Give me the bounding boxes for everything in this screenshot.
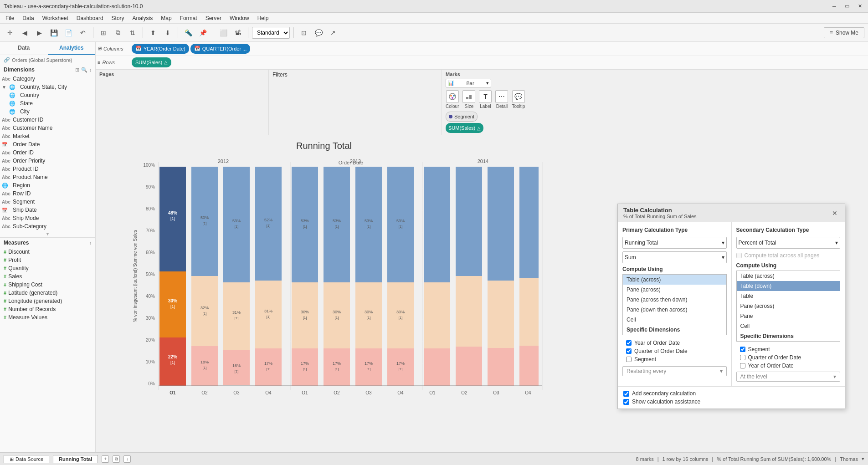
dim-customer-name[interactable]: Abc Customer Name bbox=[0, 124, 95, 132]
sum-sales-pill[interactable]: SUM(Sales) △ bbox=[132, 57, 171, 67]
primary-specific-dims[interactable]: Specific Dimensions bbox=[623, 325, 726, 335]
menu-format[interactable]: Format bbox=[176, 14, 201, 22]
dim-product-name[interactable]: Abc Product Name bbox=[0, 173, 95, 181]
secondary-table-across[interactable]: Table (across) bbox=[737, 271, 840, 281]
primary-pane-down-across[interactable]: Pane (down then across) bbox=[623, 305, 726, 315]
data-tab[interactable]: Data bbox=[0, 42, 48, 55]
toolbar-highlight[interactable]: 🔦 bbox=[182, 26, 195, 39]
toolbar-save[interactable]: 💾 bbox=[47, 26, 60, 39]
measure-quantity[interactable]: # Quantity bbox=[0, 264, 95, 272]
menu-file[interactable]: File bbox=[2, 14, 18, 22]
dim-order-priority[interactable]: Abc Order Priority bbox=[0, 157, 95, 165]
primary-table-across[interactable]: Table (across) bbox=[623, 275, 726, 285]
primary-segment-checkbox[interactable] bbox=[626, 357, 632, 362]
primary-agg-dropdown[interactable]: Sum ▾ bbox=[622, 251, 727, 263]
secondary-type-dropdown[interactable]: Percent of Total ▾ bbox=[736, 237, 841, 249]
dim-region[interactable]: 🌐 Region bbox=[0, 181, 95, 189]
menu-map[interactable]: Map bbox=[157, 14, 175, 22]
show-assistance-checkbox[interactable] bbox=[623, 399, 629, 405]
secondary-table-down[interactable]: Table (down) bbox=[737, 281, 840, 291]
tc-close-button[interactable]: ✕ bbox=[830, 209, 839, 218]
menu-dashboard[interactable]: Dashboard bbox=[73, 14, 107, 22]
secondary-segment-checkbox[interactable] bbox=[740, 347, 745, 352]
secondary-quarter-checkbox[interactable] bbox=[740, 355, 745, 360]
dim-product-id[interactable]: Abc Product ID bbox=[0, 165, 95, 173]
show-assistance-row[interactable]: Show calculation assistance bbox=[623, 399, 839, 405]
dim-row-id[interactable]: Abc Row ID bbox=[0, 189, 95, 198]
toolbar-share[interactable]: ↗ bbox=[327, 26, 339, 39]
sheet-scroll-icon[interactable]: ↓ bbox=[123, 455, 131, 463]
toolbar-forward[interactable]: ▶ bbox=[33, 26, 46, 39]
analytics-tab[interactable]: Analytics bbox=[48, 42, 96, 55]
window-controls[interactable]: ─ ▭ ✕ bbox=[830, 2, 864, 11]
toolbar-present[interactable]: 📽 bbox=[231, 26, 244, 39]
primary-type-dropdown[interactable]: Running Total ▾ bbox=[622, 237, 727, 249]
toolbar-pointer[interactable]: ✛ bbox=[4, 26, 16, 39]
bar-q3-2014-top[interactable] bbox=[488, 167, 514, 281]
menu-story[interactable]: Story bbox=[108, 14, 128, 22]
menu-window[interactable]: Window bbox=[226, 14, 253, 22]
toolbar-tooltip[interactable]: 💬 bbox=[312, 26, 325, 39]
bar-q4-2014-mid[interactable] bbox=[519, 278, 539, 346]
compute-across-all-checkbox[interactable] bbox=[736, 253, 742, 258]
measure-longitude[interactable]: # Longitude (generated) bbox=[0, 297, 95, 305]
marks-label[interactable]: T Label bbox=[479, 90, 492, 109]
toolbar-undo[interactable]: ↶ bbox=[77, 26, 89, 39]
toolbar-fullscreen[interactable]: ⬜ bbox=[217, 26, 230, 39]
measure-profit[interactable]: # Profit bbox=[0, 256, 95, 264]
bar-q4-2014-bot[interactable] bbox=[519, 346, 539, 386]
secondary-segment-check[interactable]: Segment bbox=[740, 345, 837, 353]
dim-country-group[interactable]: ▼ 🌐 Country, State, City bbox=[0, 83, 95, 91]
menu-analysis[interactable]: Analysis bbox=[129, 14, 157, 22]
year-order-date-pill[interactable]: 📅 YEAR(Order Date) bbox=[132, 44, 189, 54]
primary-year-check[interactable]: Year of Order Date bbox=[626, 339, 723, 347]
toolbar-sort-desc[interactable]: ⬇ bbox=[161, 26, 174, 39]
marks-size[interactable]: Size bbox=[462, 90, 475, 109]
measure-num-records[interactable]: # Number of Records bbox=[0, 305, 95, 313]
toolbar-dup[interactable]: ⧉ bbox=[112, 26, 124, 39]
measure-latitude[interactable]: # Latitude (generated) bbox=[0, 289, 95, 297]
primary-restart-dropdown[interactable]: Restarting every ▾ bbox=[622, 366, 727, 376]
toolbar-back[interactable]: ◀ bbox=[18, 26, 31, 39]
duplicate-sheet-icon[interactable]: ⧉ bbox=[113, 455, 120, 463]
marks-tooltip[interactable]: 💬 Tooltip bbox=[512, 90, 525, 109]
secondary-table[interactable]: Table bbox=[737, 291, 840, 301]
bar-q2-2012-mid[interactable] bbox=[191, 276, 218, 346]
data-source-tab[interactable]: ⊞ Data Source bbox=[4, 455, 49, 463]
toolbar-new[interactable]: 📄 bbox=[62, 26, 75, 39]
dim-state[interactable]: 🌐 State bbox=[0, 99, 95, 107]
measure-sales[interactable]: # Sales bbox=[0, 272, 95, 281]
primary-pane-across-down[interactable]: Pane (across then down) bbox=[623, 295, 726, 305]
primary-segment-check[interactable]: Segment bbox=[626, 355, 723, 363]
standard-dropdown[interactable]: Standard bbox=[252, 27, 290, 39]
measure-values[interactable]: # Measure Values bbox=[0, 313, 95, 322]
dim-ship-date[interactable]: 📅 Ship Date bbox=[0, 206, 95, 214]
sum-sales-marks-pill[interactable]: SUM(Sales) △ bbox=[446, 123, 483, 133]
marks-colour[interactable]: Colour bbox=[446, 90, 459, 109]
close-button[interactable]: ✕ bbox=[855, 2, 864, 11]
toolbar-swap[interactable]: ⇅ bbox=[126, 26, 139, 39]
secondary-cell[interactable]: Cell bbox=[737, 321, 840, 331]
bar-q3-2014-bot[interactable] bbox=[488, 348, 514, 386]
marks-type-dropdown[interactable]: 📊 Bar ▾ bbox=[446, 79, 491, 87]
dim-country[interactable]: 🌐 Country bbox=[0, 91, 95, 99]
bar-q1-2014-bot[interactable] bbox=[424, 348, 450, 386]
show-me-button[interactable]: ≡ Show Me bbox=[824, 27, 864, 38]
minimize-button[interactable]: ─ bbox=[830, 2, 839, 11]
dim-sort-icon[interactable]: ↕ bbox=[89, 67, 92, 73]
data-source-name[interactable]: Orders (Global Superstore) bbox=[12, 57, 72, 63]
bar-q2-2014-bot[interactable] bbox=[456, 347, 482, 386]
dim-search-icon[interactable]: 🔍 bbox=[81, 67, 87, 73]
scroll-down[interactable]: ▼ bbox=[0, 230, 95, 237]
dim-order-date[interactable]: 📅 Order Date bbox=[0, 140, 95, 148]
add-secondary-checkbox[interactable] bbox=[623, 391, 629, 397]
bar-q3-2014-mid[interactable] bbox=[488, 281, 514, 348]
dim-order-id[interactable]: Abc Order ID bbox=[0, 148, 95, 157]
dim-category[interactable]: Abc Category bbox=[0, 75, 95, 83]
measures-sort-icon[interactable]: ↑ bbox=[89, 240, 92, 245]
dim-customer-id[interactable]: Abc Customer ID bbox=[0, 116, 95, 124]
primary-cell[interactable]: Cell bbox=[623, 315, 726, 325]
primary-quarter-checkbox[interactable] bbox=[626, 348, 632, 354]
secondary-year-checkbox[interactable] bbox=[740, 363, 745, 368]
maximize-button[interactable]: ▭ bbox=[842, 2, 852, 11]
